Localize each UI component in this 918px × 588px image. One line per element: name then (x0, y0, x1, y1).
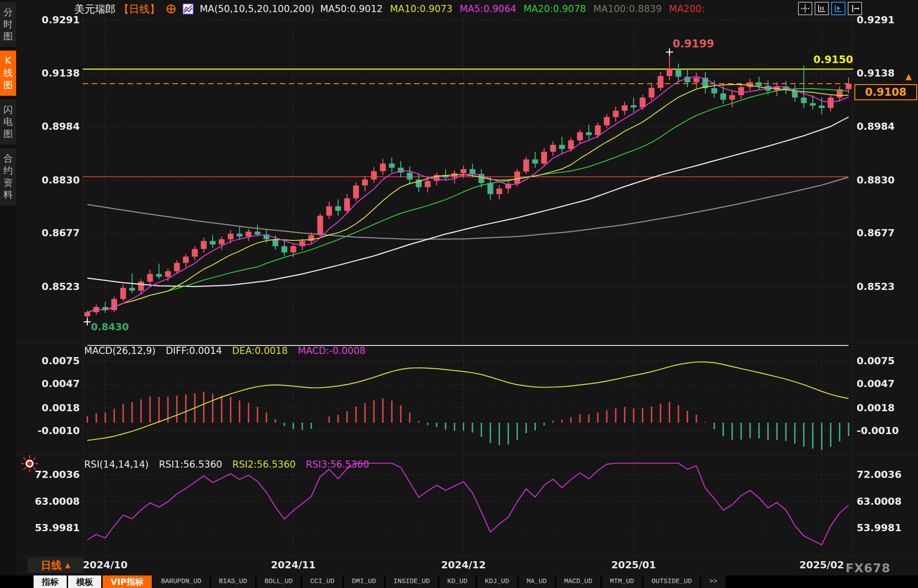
bottom-tab-kd-ud[interactable]: KD_UD (439, 575, 476, 588)
chart-toolbar (798, 2, 862, 15)
macd-title: MACD(26,12,9) (84, 345, 156, 356)
bottom-tab-inside-ud[interactable]: INSIDE_UD (386, 575, 438, 588)
macd-macd-value: MACD:-0.0008 (298, 345, 365, 356)
macd-dea-value: DEA:0.0018 (232, 345, 287, 356)
macd-header: MACD(26,12,9) DIFF:0.0014 DEA:0.0018 MAC… (84, 345, 373, 356)
bottom-tab-cci-ud[interactable]: CCI_UD (302, 575, 343, 588)
brand-watermark: FX678 (845, 561, 891, 575)
date-axis-label: 2025/01 (602, 559, 665, 571)
triangle-up-icon: ▲ (65, 561, 70, 569)
date-axis-label: 2024/10 (74, 559, 137, 571)
macd-axis-label: 0.0018 (18, 402, 80, 414)
rsi-header: RSI(14,14,14) RSI1:56.5360 RSI2:56.5360 … (84, 459, 376, 470)
rsi-axis-label: 63.0008 (18, 496, 80, 507)
rsi-axis-label: 72.0036 (857, 469, 918, 481)
ma-value: MA100:0.8839 (593, 4, 662, 14)
ma-value: MA5:0.9064 (459, 4, 516, 14)
rsi1-value: RSI1:56.5360 (159, 459, 222, 470)
macd-axis-label: 0.0075 (857, 355, 918, 367)
price-axis-label: 0.9138 (18, 68, 80, 79)
macd-axis-label: -0.0010 (857, 425, 918, 437)
resistance-level-label: 0.9150 (804, 54, 853, 65)
indicator-tab-bar: 指标模板VIP指标BARUPDN_UDBIAS_UDBOLL_UDCCI_UDD… (0, 575, 918, 588)
price-axis-label: 0.8984 (18, 121, 80, 132)
macd-axis-label: -0.0010 (18, 425, 80, 437)
line-chart-icon[interactable] (182, 3, 194, 15)
price-axis-label: 0.8523 (18, 281, 80, 293)
rsi-title: RSI(14,14,14) (84, 459, 149, 470)
bottom-tab-macd-ud[interactable]: MACD_UD (556, 575, 601, 588)
bottom-tab-kdj-ud[interactable]: KDJ_UD (477, 575, 517, 588)
bottom-tab-barupdn-ud[interactable]: BARUPDN_UD (153, 575, 210, 588)
chart-surface[interactable] (0, 0, 918, 588)
ma-value: MA200: (669, 4, 705, 14)
bar-shift-icon[interactable] (848, 2, 862, 15)
ma-values: MA50:0.9012MA10:0.9073MA5:0.9064MA20:0.9… (320, 4, 712, 14)
bottom-tab-boll-ud[interactable]: BOLL_UD (257, 575, 301, 588)
swing-low-label: 0.8430 (91, 321, 129, 332)
bottom-tab-dmi-ud[interactable]: DMI_UD (344, 575, 384, 588)
alert-dot-icon (21, 455, 39, 474)
period-tag: 【日线】 (119, 2, 160, 16)
bottom-tab-vip指标[interactable]: VIP指标 (103, 575, 152, 588)
bottom-tab-bias-ud[interactable]: BIAS_UD (211, 575, 255, 588)
target-icon[interactable] (166, 4, 176, 14)
bottom-tab->>[interactable]: >> (701, 575, 725, 588)
chart-header: 美元瑞郎 【日线】 MA(50,10,5,20,100,200) MA50:0.… (74, 2, 712, 16)
price-axis-label: 0.9291 (18, 14, 80, 26)
swing-high-label: 0.9199 (673, 38, 714, 50)
axis-play-icon[interactable] (831, 2, 845, 15)
price-axis-label: 0.8677 (18, 227, 80, 239)
bottom-tab-指标[interactable]: 指标 (34, 575, 67, 588)
bottom-tab-ma-ud[interactable]: MA_UD (519, 575, 555, 588)
bottom-tab-outside-ud[interactable]: OUTSIDE_UD (643, 575, 700, 588)
price-axis-label: 0.8523 (857, 281, 918, 293)
ma-value: MA10:0.9073 (390, 4, 453, 14)
rsi3-value: RSI3:56.5360 (306, 459, 369, 470)
bottom-tab-模板[interactable]: 模板 (68, 575, 101, 588)
price-axis-label: 0.8677 (857, 227, 918, 239)
bottom-tab-mtm-ud[interactable]: MTM_UD (602, 575, 642, 588)
price-axis-label: 0.8830 (857, 175, 918, 186)
chart-application: 分时图 K线图 闪电图 合约资料 美元瑞郎 【日线】 MA(50,10,5,20… (0, 0, 918, 588)
macd-diff-value: DIFF:0.0014 (166, 345, 222, 356)
price-axis-label: 0.8830 (18, 175, 80, 186)
price-axis-label: 0.9291 (857, 14, 918, 26)
macd-axis-label: 0.0047 (18, 378, 80, 390)
macd-axis-label: 0.0047 (857, 378, 918, 390)
price-up-arrow-icon: ▲ (905, 72, 912, 81)
price-axis-label: 0.8984 (857, 121, 918, 132)
macd-axis-label: 0.0075 (18, 355, 80, 367)
symbol-name: 美元瑞郎 (74, 2, 116, 16)
date-axis-label: 2025/02 (790, 559, 853, 571)
rsi-axis-label: 53.9981 (18, 522, 80, 534)
period-label: 日线 (41, 558, 61, 572)
ma-value: MA50:0.9012 (320, 4, 383, 14)
rsi-axis-label: 63.0008 (857, 496, 918, 507)
pan-tool-icon[interactable] (798, 2, 812, 15)
date-axis-label: 2024/11 (262, 559, 325, 571)
axis-scale-icon[interactable] (815, 2, 829, 15)
rsi-axis-label: 53.9981 (857, 522, 918, 534)
date-axis-label: 2024/12 (432, 559, 495, 571)
current-price-tag: 0.9108 (854, 84, 917, 100)
macd-axis-label: 0.0018 (857, 402, 918, 414)
ma-settings-label: MA(50,10,5,20,100,200) (200, 4, 314, 14)
ma-value: MA20:0.9078 (523, 4, 586, 14)
rsi2-value: RSI2:56.5360 (232, 459, 296, 470)
